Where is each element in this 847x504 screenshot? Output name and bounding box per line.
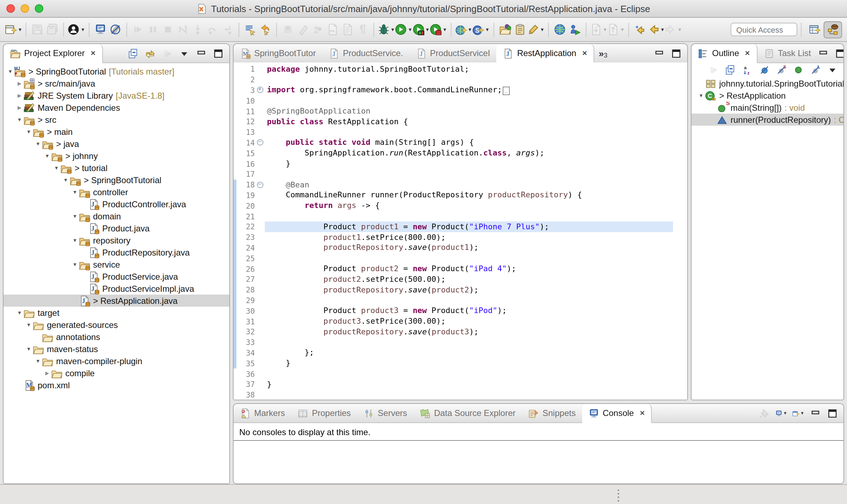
tab-productservicei[interactable]: JProductServiceI: [409, 44, 496, 62]
fold-collapse-icon[interactable]: −: [255, 181, 265, 188]
collapse-arrow-icon[interactable]: ▼: [16, 114, 23, 126]
minimize-window-button[interactable]: [21, 4, 29, 13]
tree-item[interactable]: ▶Maven Dependencies: [4, 102, 229, 114]
tree-item[interactable]: ▼target: [4, 307, 229, 319]
tab-restapplication[interactable]: JRestApplication✕: [497, 44, 595, 63]
tree-item[interactable]: ▼domain: [4, 210, 229, 222]
external-tools-button[interactable]: [258, 21, 273, 38]
tab-snippets[interactable]: Snippets: [522, 404, 582, 422]
collapse-arrow-icon[interactable]: ▼: [34, 138, 42, 150]
view-menu-button[interactable]: [826, 65, 838, 75]
tab-data-source-explorer[interactable]: Data Source Explorer: [414, 404, 522, 422]
view-menu-button[interactable]: [178, 48, 190, 59]
tab-servers[interactable]: Servers: [357, 404, 414, 422]
last-edit-location-button[interactable]: [633, 21, 647, 38]
back-button[interactable]: ▼: [647, 21, 665, 38]
tree-item[interactable]: ▼generated-sources: [4, 319, 229, 331]
coverage-button[interactable]: ▼: [412, 21, 430, 38]
close-icon[interactable]: ✕: [582, 50, 587, 57]
fold-expand-icon[interactable]: +: [255, 87, 265, 93]
profile-button[interactable]: ▼: [430, 21, 447, 38]
tree-item[interactable]: ▼MJ> SpringBootTutorial [Tutorials maste…: [4, 65, 229, 77]
collapse-arrow-icon[interactable]: ▼: [25, 343, 33, 355]
new-wizard-button[interactable]: ▼: [5, 21, 22, 38]
close-icon[interactable]: ✕: [640, 410, 645, 417]
tree-item[interactable]: JProductController.java: [4, 198, 229, 210]
collapse-arrow-icon[interactable]: ▼: [71, 258, 79, 270]
debug-button[interactable]: ▼: [378, 21, 395, 38]
pin-editor-button[interactable]: ▼: [527, 21, 545, 38]
tree-item[interactable]: ▼controller: [4, 186, 229, 198]
tree-item[interactable]: Smain(String[]) : void: [692, 102, 843, 114]
zoom-window-button[interactable]: [35, 4, 43, 13]
tree-item[interactable]: J> RestApplication.java: [4, 295, 229, 307]
close-icon[interactable]: ✕: [91, 50, 96, 57]
code-editor[interactable]: 1package johnny.tutorial.SpringBootTutor…: [234, 62, 687, 400]
tree-item[interactable]: ▶compile: [4, 367, 229, 379]
collapse-arrow-icon[interactable]: ▼: [53, 162, 60, 174]
tree-item[interactable]: annotations: [4, 331, 229, 343]
fold-marker[interactable]: −: [257, 181, 263, 188]
maximize-button[interactable]: [835, 48, 844, 59]
collapse-all-button[interactable]: [724, 65, 736, 75]
more-tabs-button[interactable]: »3: [595, 44, 612, 62]
hide-fields-button[interactable]: [758, 65, 770, 75]
quick-access-input[interactable]: [731, 23, 797, 36]
collapse-arrow-icon[interactable]: ▼: [43, 150, 51, 162]
java-ee-perspective-button[interactable]: [824, 21, 842, 38]
tree-item[interactable]: johnny.tutorial.SpringBootTutorial: [692, 77, 843, 89]
fold-marker[interactable]: +: [257, 87, 263, 93]
collapse-arrow-icon[interactable]: ▼: [25, 126, 33, 138]
tree-item[interactable]: JProductServiceImpl.java: [4, 283, 229, 295]
collapse-all-button[interactable]: [127, 48, 139, 59]
hide-static-members-button[interactable]: S: [775, 65, 787, 75]
tree-item[interactable]: ▼> java: [4, 138, 229, 150]
tab-properties[interactable]: Properties: [291, 404, 357, 422]
tree-item[interactable]: ▼repository: [4, 234, 229, 246]
display-selected-console-button[interactable]: ▼: [775, 408, 787, 418]
expand-arrow-icon[interactable]: ▶: [16, 89, 23, 102]
web-browser-button[interactable]: [552, 21, 567, 38]
collapse-arrow-icon[interactable]: ▼: [71, 234, 79, 246]
tree-item[interactable]: ▼> SpringBootTutorial: [4, 174, 229, 186]
minimize-button[interactable]: [653, 48, 665, 59]
tab-markers[interactable]: Markers: [234, 404, 291, 422]
tab-productservice-[interactable]: JProductService.: [322, 44, 409, 62]
link-with-editor-button[interactable]: [144, 48, 156, 59]
expand-arrow-icon[interactable]: ▶: [16, 102, 23, 114]
toggle-mark-occurrences-button[interactable]: [108, 21, 123, 38]
tree-item[interactable]: ▶JRE System Library [JavaSE-1.8]: [4, 89, 229, 102]
collapse-arrow-icon[interactable]: ▼: [71, 186, 79, 198]
tree-item[interactable]: ▼> tutorial: [4, 162, 229, 174]
run-last-tool-button[interactable]: [243, 21, 258, 38]
minimize-button[interactable]: [818, 48, 830, 59]
statusbar-resize-handle[interactable]: [617, 488, 620, 502]
tab-project-explorer[interactable]: Project Explorer✕: [4, 44, 103, 63]
collapse-arrow-icon[interactable]: ▼: [16, 307, 23, 319]
tab-springboottutor[interactable]: MSpringBootTutor: [234, 44, 322, 62]
tree-item[interactable]: JProduct.java: [4, 222, 229, 234]
expand-arrow-icon[interactable]: ▶: [43, 367, 51, 379]
tab-outline[interactable]: Outline✕: [692, 44, 757, 63]
tab-console[interactable]: Console✕: [582, 404, 652, 423]
tree-item[interactable]: JProductService.java: [4, 270, 229, 283]
tree-item[interactable]: ▼maven-compiler-plugin: [4, 355, 229, 367]
fold-collapse-icon[interactable]: −: [255, 139, 265, 146]
open-console-button[interactable]: ▼: [792, 408, 804, 418]
outline-tree[interactable]: johnny.tutorial.SpringBootTutorial▼C> Re…: [692, 77, 843, 126]
maximize-button[interactable]: [212, 48, 224, 59]
tree-item[interactable]: JProductRepository.java: [4, 246, 229, 258]
expand-arrow-icon[interactable]: ▶: [16, 77, 23, 89]
web-service-wizard-button[interactable]: S▼: [472, 21, 490, 38]
tree-item[interactable]: ▼maven-status: [4, 343, 229, 355]
collapse-arrow-icon[interactable]: ▼: [6, 65, 14, 77]
minimize-button[interactable]: [809, 408, 821, 418]
folded-region-icon[interactable]: ‥: [503, 87, 510, 95]
hide-non-public-members-button[interactable]: [792, 65, 804, 75]
open-console-view-button[interactable]: [93, 21, 108, 38]
collapse-arrow-icon[interactable]: ▼: [697, 89, 705, 102]
fold-marker[interactable]: −: [257, 139, 263, 146]
close-icon[interactable]: ✕: [745, 50, 750, 57]
tree-item[interactable]: ▼C> RestApplication: [692, 89, 843, 102]
run-button[interactable]: ▼: [395, 21, 412, 38]
